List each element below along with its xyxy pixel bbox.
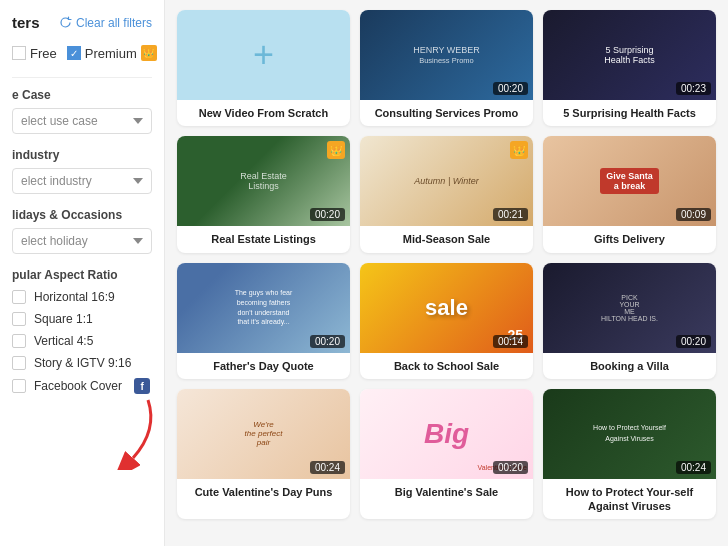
divider <box>12 77 152 78</box>
video-title-health: 5 Surprising Health Facts <box>543 100 716 126</box>
ratio-vertical-checkbox[interactable] <box>12 334 26 348</box>
main-content: + New Video From Scratch HENRY WEBERBusi… <box>165 0 728 546</box>
use-case-title: e Case <box>12 88 152 102</box>
thumbnail-consulting: HENRY WEBERBusiness Promo 00:20 <box>360 10 533 100</box>
free-checkbox[interactable] <box>12 46 26 60</box>
video-title-consulting: Consulting Services Promo <box>360 100 533 126</box>
filters-title: ters <box>12 14 40 31</box>
price-filter-row: Free ✓ Premium 👑 <box>12 45 152 61</box>
duration-virus: 00:24 <box>676 461 711 474</box>
ratio-vertical[interactable]: Vertical 4:5 <box>12 334 152 348</box>
holidays-section: lidays & Occasions elect holiday <box>12 208 152 254</box>
ratio-facebook[interactable]: Facebook Cover f <box>12 378 152 394</box>
duration-fathersday: 00:20 <box>310 335 345 348</box>
thumb-text-valentine: We'rethe perfectpair <box>245 420 283 447</box>
video-card-sale[interactable]: sale 25 00:14 Back to School Sale <box>360 263 533 379</box>
ratio-vertical-label: Vertical 4:5 <box>34 334 93 348</box>
premium-crown-icon: 👑 <box>141 45 157 61</box>
video-title-valentine: Cute Valentine's Day Puns <box>177 479 350 505</box>
ratio-facebook-checkbox[interactable] <box>12 379 26 393</box>
thumbnail-bigval: Big Valentine's Sale 00:20 <box>360 389 533 479</box>
duration-health: 00:23 <box>676 82 711 95</box>
industry-section: industry elect industry <box>12 148 152 194</box>
video-title-booking: Booking a Villa <box>543 353 716 379</box>
aspect-ratio-title: pular Aspect Ratio <box>12 268 152 282</box>
ratio-horizontal[interactable]: Horizontal 16:9 <box>12 290 152 304</box>
video-card-gifts[interactable]: Give Santaa break 00:09 Gifts Delivery <box>543 136 716 252</box>
ratio-story-checkbox[interactable] <box>12 356 26 370</box>
industry-select[interactable]: elect industry <box>12 168 152 194</box>
thumbnail-fathersday: The guys who fearbecoming fathersdon't u… <box>177 263 350 353</box>
thumb-text-fathersday: The guys who fearbecoming fathersdon't u… <box>231 284 297 331</box>
duration-gifts: 00:09 <box>676 208 711 221</box>
thumb-text-virus: How to Protect YourselfAgainst Viruses <box>589 419 670 448</box>
plus-icon: + <box>253 37 274 73</box>
video-card-consulting[interactable]: HENRY WEBERBusiness Promo 00:20 Consulti… <box>360 10 533 126</box>
premium-filter[interactable]: ✓ Premium 👑 <box>67 45 157 61</box>
ratio-square[interactable]: Square 1:1 <box>12 312 152 326</box>
free-filter[interactable]: Free <box>12 46 57 61</box>
video-title-bigval: Big Valentine's Sale <box>360 479 533 505</box>
ratio-facebook-label: Facebook Cover <box>34 379 122 393</box>
video-title-midseason: Mid-Season Sale <box>360 226 533 252</box>
video-card-midseason[interactable]: Autumn | Winter 00:21 👑 Mid-Season Sale <box>360 136 533 252</box>
facebook-icon: f <box>134 378 150 394</box>
duration-bigval: 00:20 <box>493 461 528 474</box>
video-card-health[interactable]: 5 SurprisingHealth Facts 00:23 5 Surpris… <box>543 10 716 126</box>
duration-valentine: 00:24 <box>310 461 345 474</box>
thumbnail-valentine: We'rethe perfectpair 00:24 <box>177 389 350 479</box>
industry-title: industry <box>12 148 152 162</box>
thumb-text-consulting: HENRY WEBERBusiness Promo <box>409 41 484 69</box>
premium-checkbox[interactable]: ✓ <box>67 46 81 60</box>
thumbnail-new: + <box>177 10 350 100</box>
ratio-horizontal-label: Horizontal 16:9 <box>34 290 115 304</box>
thumb-text-gifts: Give Santaa break <box>600 168 659 194</box>
use-case-select[interactable]: elect use case <box>12 108 152 134</box>
thumbnail-virus: How to Protect YourselfAgainst Viruses 0… <box>543 389 716 479</box>
thumbnail-sale: sale 25 00:14 <box>360 263 533 353</box>
thumb-text-booking: PICKYOURMEHILTON HEAD IS. <box>601 294 658 322</box>
video-card-bigval[interactable]: Big Valentine's Sale 00:20 Big Valentine… <box>360 389 533 520</box>
ratio-story[interactable]: Story & IGTV 9:16 <box>12 356 152 370</box>
video-grid: + New Video From Scratch HENRY WEBERBusi… <box>177 10 716 519</box>
sidebar-header: ters Clear all filters <box>12 14 152 31</box>
crown-midseason: 👑 <box>510 141 528 159</box>
thumbnail-realestate: Real EstateListings 00:20 👑 <box>177 136 350 226</box>
thumbnail-health: 5 SurprisingHealth Facts 00:23 <box>543 10 716 100</box>
ratio-square-checkbox[interactable] <box>12 312 26 326</box>
video-card-booking[interactable]: PICKYOURMEHILTON HEAD IS. 00:20 Booking … <box>543 263 716 379</box>
thumbnail-booking: PICKYOURMEHILTON HEAD IS. 00:20 <box>543 263 716 353</box>
video-title-realestate: Real Estate Listings <box>177 226 350 252</box>
sidebar: ters Clear all filters Free ✓ Premium 👑 … <box>0 0 165 546</box>
duration-midseason: 00:21 <box>493 208 528 221</box>
duration-consulting: 00:20 <box>493 82 528 95</box>
thumb-text-sale: sale <box>425 295 468 321</box>
video-title-virus: How to Protect Your-self Against Viruses <box>543 479 716 520</box>
video-card-virus[interactable]: How to Protect YourselfAgainst Viruses 0… <box>543 389 716 520</box>
thumb-text-midseason: Autumn | Winter <box>414 176 478 186</box>
thumbnail-gifts: Give Santaa break 00:09 <box>543 136 716 226</box>
video-title-gifts: Gifts Delivery <box>543 226 716 252</box>
holidays-title: lidays & Occasions <box>12 208 152 222</box>
refresh-icon <box>59 16 72 29</box>
use-case-section: e Case elect use case <box>12 88 152 134</box>
ratio-horizontal-checkbox[interactable] <box>12 290 26 304</box>
video-title-new: New Video From Scratch <box>177 100 350 126</box>
duration-booking: 00:20 <box>676 335 711 348</box>
ratio-story-label: Story & IGTV 9:16 <box>34 356 131 370</box>
thumb-text-realestate: Real EstateListings <box>236 167 291 195</box>
video-card-new[interactable]: + New Video From Scratch <box>177 10 350 126</box>
clear-filters-button[interactable]: Clear all filters <box>59 16 152 30</box>
duration-realestate: 00:20 <box>310 208 345 221</box>
thumbnail-midseason: Autumn | Winter 00:21 👑 <box>360 136 533 226</box>
video-card-realestate[interactable]: Real EstateListings 00:20 👑 Real Estate … <box>177 136 350 252</box>
holidays-select[interactable]: elect holiday <box>12 228 152 254</box>
video-card-valentine[interactable]: We'rethe perfectpair 00:24 Cute Valentin… <box>177 389 350 520</box>
video-title-sale: Back to School Sale <box>360 353 533 379</box>
crown-realestate: 👑 <box>327 141 345 159</box>
video-title-fathersday: Father's Day Quote <box>177 353 350 379</box>
video-card-fathersday[interactable]: The guys who fearbecoming fathersdon't u… <box>177 263 350 379</box>
aspect-ratio-section: pular Aspect Ratio Horizontal 16:9 Squar… <box>12 268 152 394</box>
duration-sale: 00:14 <box>493 335 528 348</box>
ratio-square-label: Square 1:1 <box>34 312 93 326</box>
